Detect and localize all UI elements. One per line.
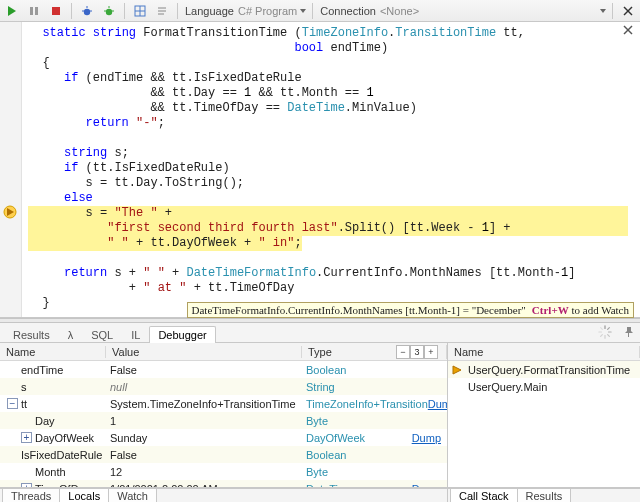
code-text[interactable]: static string FormatTransitionTime (Time… [22,22,640,317]
col-value[interactable]: Value [106,346,302,358]
code-editor[interactable]: static string FormatTransitionTime (Time… [0,22,640,318]
callstack-header: Name [448,343,640,361]
col-name[interactable]: Name [0,346,106,358]
callstack-pane: Name UserQuery.FormatTransitionTimeUserQ… [448,343,640,487]
tab-results-bottom[interactable]: Results [517,489,572,502]
depth-value[interactable]: 3 [410,345,424,359]
tab-il[interactable]: IL [122,326,149,343]
table-row[interactable]: −ttSystem.TimeZoneInfo+TransitionTimeTim… [0,395,447,412]
svg-line-31 [601,335,603,337]
list-item[interactable]: UserQuery.Main [448,378,640,395]
debug-green-icon[interactable] [99,2,119,20]
chevron-down-icon[interactable] [599,7,607,15]
tab-threads[interactable]: Threads [2,489,60,502]
svg-point-8 [106,8,112,14]
expand-button[interactable]: + [424,345,438,359]
svg-marker-34 [453,366,461,374]
svg-point-4 [84,8,90,14]
svg-line-33 [601,328,603,330]
tab-watch[interactable]: Watch [108,489,157,502]
debug-bug-icon[interactable] [77,2,97,20]
svg-line-29 [608,335,610,337]
svg-rect-1 [30,7,33,15]
table-row[interactable]: endTimeFalseBoolean [0,361,447,378]
text-icon[interactable] [152,2,172,20]
close-icon[interactable] [618,2,638,20]
tab-results[interactable]: Results [4,326,59,343]
tab-locals[interactable]: Locals [59,489,109,502]
locals-pane: Name Value Type − 3 + endTimeFalseBoolea… [0,343,448,487]
list-item[interactable]: UserQuery.FormatTransitionTime [448,361,640,378]
toolbar: Language C# Program Connection <None> [0,0,640,22]
table-row[interactable]: IsFixedDateRuleFalseBoolean [0,446,447,463]
locals-grid[interactable]: endTimeFalseBooleansnullString−ttSystem.… [0,361,447,487]
grid-icon[interactable] [130,2,150,20]
col-type[interactable]: Type − 3 + [302,345,447,359]
dump-link[interactable]: Dump [412,483,441,488]
col-name[interactable]: Name [448,346,640,358]
svg-rect-2 [35,7,38,15]
bottom-tabs-left: Threads Locals Watch [0,488,448,502]
busy-spinner-icon [598,325,612,339]
table-row[interactable]: +DayOfWeekSundayDayOfWeekDump [0,429,447,446]
locals-header: Name Value Type − 3 + [0,343,447,361]
language-value[interactable]: C# Program [238,5,297,17]
tooltip-expr: DateTimeFormatInfo.CurrentInfo.MonthName… [192,304,526,316]
svg-marker-0 [8,6,16,16]
close-icon[interactable] [622,24,636,38]
table-row[interactable]: snullString [0,378,447,395]
gutter [0,22,22,317]
tab-debugger[interactable]: Debugger [149,326,215,343]
svg-marker-18 [300,9,306,13]
table-row[interactable]: Day1Byte [0,412,447,429]
tree-toggle[interactable]: − [7,398,18,409]
pin-icon[interactable] [622,326,634,338]
callstack-grid[interactable]: UserQuery.FormatTransitionTimeUserQuery.… [448,361,640,487]
svg-marker-19 [600,9,606,13]
tab-sql[interactable]: SQL [82,326,122,343]
current-frame-arrow-icon [452,364,464,376]
results-tabs: Results λ SQL IL Debugger [0,323,640,343]
collapse-button[interactable]: − [396,345,410,359]
tooltip-shortcut: Ctrl+W [532,304,569,316]
watch-tooltip: DateTimeFormatInfo.CurrentInfo.MonthName… [187,302,634,318]
bottom-tabs-right: Call Stack Results [448,488,640,502]
table-row[interactable]: +TimeOfDay1/01/0001 2:00:00 AMDateTimeDu… [0,480,447,487]
dump-link[interactable]: Dump [428,398,447,410]
connection-label: Connection [320,5,376,17]
table-row[interactable]: Month12Byte [0,463,447,480]
chevron-down-icon[interactable] [299,7,307,15]
tree-toggle[interactable]: + [21,483,32,487]
language-label: Language [185,5,234,17]
stop-button[interactable] [46,2,66,20]
pause-button[interactable] [24,2,44,20]
run-button[interactable] [2,2,22,20]
connection-value[interactable]: <None> [380,5,419,17]
tab-callstack[interactable]: Call Stack [450,489,518,502]
svg-line-27 [608,328,610,330]
tree-toggle[interactable]: + [21,432,32,443]
svg-rect-3 [52,7,60,15]
dump-link[interactable]: Dump [412,432,441,444]
debugger-panes: Name Value Type − 3 + endTimeFalseBoolea… [0,343,640,487]
tab-lambda[interactable]: λ [59,326,83,343]
current-line-arrow-icon [3,205,17,219]
